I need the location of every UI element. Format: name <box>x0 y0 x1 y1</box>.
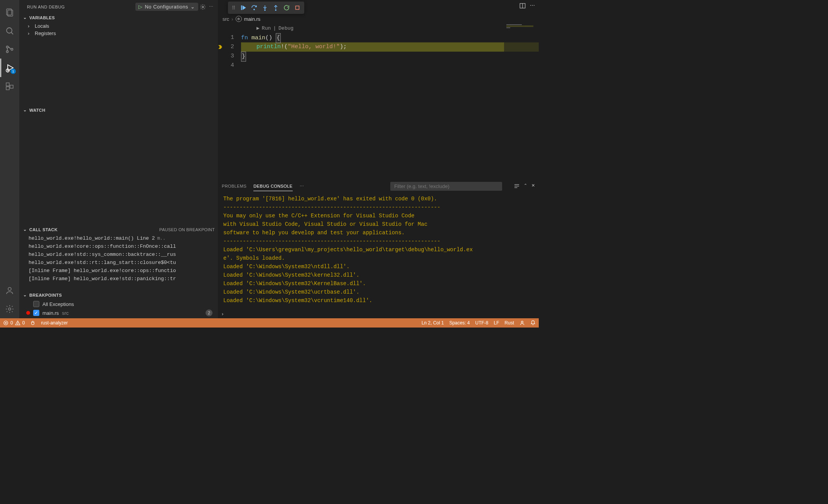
run-debug-icon[interactable]: 1 <box>0 59 19 77</box>
launch-config-dropdown[interactable]: ▷ No Configurations ⌄ <box>135 3 198 11</box>
minimap[interactable] <box>504 24 539 180</box>
activity-bar: 1 <box>0 0 19 318</box>
debug-console-input-chevron-icon[interactable]: › <box>222 311 223 317</box>
chevron-down-icon: ⌄ <box>191 4 195 10</box>
status-debug-target[interactable] <box>30 320 35 326</box>
breakpoint-row[interactable]: All Exceptions <box>19 300 218 308</box>
status-indentation[interactable]: Spaces: 4 <box>449 320 470 326</box>
configure-gear-icon[interactable] <box>198 2 207 12</box>
callstack-frame[interactable]: [Inline Frame] hello_world.exe!std::pani… <box>19 275 218 283</box>
chevron-right-icon: › <box>28 23 33 29</box>
more-actions-icon[interactable]: ⋯ <box>207 3 215 11</box>
explorer-icon[interactable] <box>0 3 19 22</box>
callstack-label: CALL STACK <box>29 227 57 232</box>
svg-line-3 <box>11 32 13 34</box>
status-eol[interactable]: LF <box>494 320 499 326</box>
breadcrumb-file[interactable]: ⚙ main.rs <box>236 16 261 22</box>
watch-section[interactable]: ⌄ WATCH <box>19 106 218 114</box>
console-line: Loaded 'C:\Windows\System32\ucrtbase.dll… <box>223 288 533 296</box>
status-feedback-icon[interactable] <box>519 320 525 326</box>
tab-problems[interactable]: PROBLEMS <box>222 181 246 191</box>
run-debug-sidebar: RUN AND DEBUG ▷ No Configurations ⌄ ⋯ ⌄ … <box>19 0 218 318</box>
collapse-panel-icon[interactable]: ⌃ <box>524 183 527 189</box>
variables-scope-locals[interactable]: › Locals <box>19 22 218 30</box>
callstack-frame[interactable]: hello_world.exe!std::rt::lang_start::clo… <box>19 259 218 267</box>
close-panel-icon[interactable]: ✕ <box>531 183 535 189</box>
drag-handle-icon[interactable]: ⠿ <box>229 5 238 11</box>
status-rust-analyzer[interactable]: rust-analyzer <box>41 320 67 326</box>
step-over-button[interactable] <box>249 2 260 13</box>
status-errors[interactable]: 0 0 <box>3 320 25 326</box>
status-bar: 0 0 rust-analyzer Ln 2, Col 1 Spaces: 4 … <box>0 318 539 328</box>
console-line: ----------------------------------------… <box>223 203 533 212</box>
panel-more-icon[interactable]: ⋯ <box>300 184 304 189</box>
svg-point-21 <box>275 10 276 10</box>
launch-config-label: No Configurations <box>145 4 188 10</box>
breakpoint-checkbox[interactable]: ✓ <box>33 310 39 316</box>
callstack-frame[interactable]: [Inline Frame] hello_world.exe!core::ops… <box>19 267 218 275</box>
extensions-icon[interactable] <box>0 77 19 96</box>
codelens[interactable]: ▶ Run | Debug <box>241 24 539 33</box>
gutter[interactable]: 1 2 3 4 <box>218 24 241 180</box>
debug-console-output[interactable]: The program '[7816] hello_world.exe' has… <box>218 192 539 309</box>
status-notifications-icon[interactable] <box>530 320 536 326</box>
code-editor[interactable]: 1 2 3 4 ▶ Run | Debug fn main() { printl… <box>218 24 539 180</box>
stop-button[interactable] <box>292 2 303 13</box>
source-control-icon[interactable] <box>0 40 19 59</box>
variables-scope-registers[interactable]: › Registers <box>19 30 218 37</box>
split-editor-icon[interactable] <box>519 2 526 9</box>
callstack-frame[interactable]: hello_world.exe!hello_world::main() Line… <box>19 234 218 242</box>
svg-rect-10 <box>6 87 9 90</box>
console-line: Loaded 'C:\Windows\System32\ntdll.dll'. <box>223 262 533 271</box>
step-out-button[interactable] <box>270 2 281 13</box>
settings-gear-icon[interactable] <box>0 300 19 318</box>
accounts-icon[interactable] <box>0 281 19 300</box>
sidebar-title: RUN AND DEBUG <box>27 5 65 9</box>
svg-point-34 <box>32 322 34 325</box>
code-line-3[interactable]: } <box>241 52 539 61</box>
console-line: Loaded 'C:\Users\gregvanl\my_projects\he… <box>223 245 533 254</box>
watch-label: WATCH <box>29 108 46 113</box>
breadcrumb[interactable]: src › ⚙ main.rs <box>218 14 539 24</box>
svg-point-17 <box>254 9 255 10</box>
callstack-frame[interactable]: hello_world.exe!std::sys_common::backtra… <box>19 250 218 259</box>
svg-point-4 <box>7 46 8 48</box>
continue-button[interactable] <box>238 2 249 13</box>
callstack-frame[interactable]: hello_world.exe!core::ops::function::FnO… <box>19 242 218 250</box>
restart-button[interactable] <box>281 2 292 13</box>
word-wrap-icon[interactable] <box>514 183 520 189</box>
code-line-1[interactable]: fn main() { <box>241 33 539 42</box>
tab-debug-console[interactable]: DEBUG CONSOLE <box>253 181 292 191</box>
console-line: e'. Symbols loaded. <box>223 254 533 262</box>
breakpoints-section[interactable]: ⌄ BREAKPOINTS <box>19 291 218 299</box>
console-line: Loaded 'C:\Windows\System32\vcruntime140… <box>223 296 533 305</box>
step-into-button[interactable] <box>260 2 270 13</box>
svg-marker-16 <box>243 5 246 10</box>
editor-area: ⠿ ⋯ src › ⚙ main.rs <box>218 0 539 318</box>
callstack-section[interactable]: ⌄ CALL STACK PAUSED ON BREAKPOINT <box>19 225 218 234</box>
bottom-panel: PROBLEMS DEBUG CONSOLE ⋯ ⌃ ✕ The program… <box>218 180 539 318</box>
breakpoint-dot-icon <box>26 311 30 315</box>
svg-point-12 <box>8 287 11 291</box>
search-icon[interactable] <box>0 22 19 40</box>
console-line: with Visual Studio Code, Visual Studio o… <box>223 220 533 228</box>
breadcrumb-folder[interactable]: src <box>223 16 229 22</box>
debug-toolbar[interactable]: ⠿ <box>228 2 304 14</box>
variables-section[interactable]: ⌄ VARIABLES <box>19 13 218 22</box>
chevron-right-icon: › <box>231 16 233 22</box>
breakpoint-line-badge: 2 <box>206 309 212 316</box>
code-line-2[interactable]: println!("Hello, world!"); <box>241 42 539 52</box>
svg-marker-25 <box>218 45 223 49</box>
editor-more-icon[interactable]: ⋯ <box>530 2 535 9</box>
status-cursor-position[interactable]: Ln 2, Col 1 <box>422 320 444 326</box>
svg-point-38 <box>521 321 523 323</box>
code-line-4[interactable] <box>241 61 539 70</box>
breakpoint-checkbox[interactable] <box>33 301 39 307</box>
breakpoint-row[interactable]: ✓main.rssrc2 <box>19 308 218 318</box>
svg-point-2 <box>7 28 12 33</box>
debug-console-filter[interactable] <box>390 182 502 191</box>
console-line: The program '[7816] hello_world.exe' has… <box>223 195 533 203</box>
status-language[interactable]: Rust <box>504 320 514 326</box>
chevron-down-icon: ⌄ <box>22 292 28 297</box>
status-encoding[interactable]: UTF-8 <box>475 320 488 326</box>
